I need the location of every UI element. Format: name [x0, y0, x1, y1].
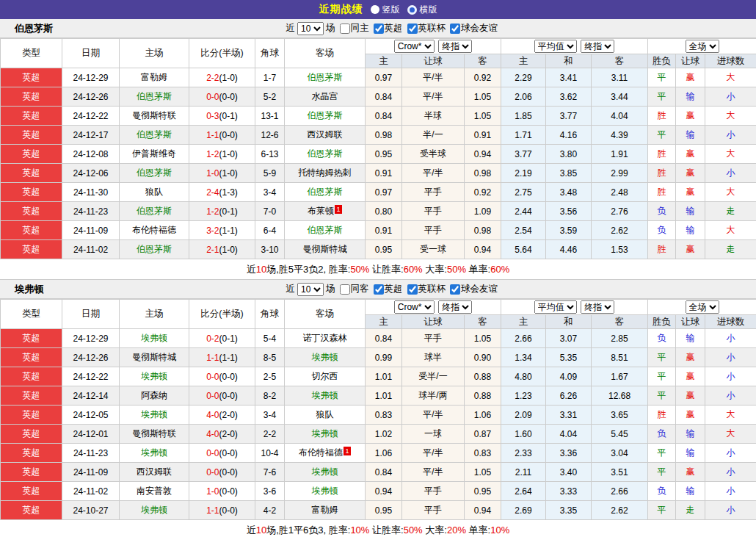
games-count-select[interactable]: 10	[297, 283, 324, 296]
league-badge: 英超	[1, 221, 62, 240]
score: 2-2(1-0)	[189, 68, 255, 87]
away-team: 埃弗顿	[285, 463, 366, 482]
league-checkbox[interactable]	[374, 284, 384, 295]
odds-source-select[interactable]: Crow*	[394, 40, 435, 53]
avg-home-odds: 3.77	[501, 145, 546, 164]
match-row: 英超24-11-23伯恩茅斯1-2(0-1)7-0布莱顿10.80平手1.092…	[1, 202, 756, 221]
odds-away: 0.88	[465, 367, 501, 386]
odds-away: 0.87	[465, 425, 501, 444]
summary-segment: 单率:	[466, 525, 490, 536]
result-handicap: 赢	[676, 145, 705, 164]
league-filter-option[interactable]: 英超	[371, 283, 403, 295]
match-date: 24-12-22	[62, 367, 120, 386]
league-checkbox[interactable]	[374, 24, 384, 34]
league-checkbox[interactable]	[450, 284, 460, 295]
subcol-goals-result: 进球数	[705, 54, 756, 68]
result-handicap: 赢	[676, 68, 705, 87]
avg-home-odds: 1.71	[501, 126, 546, 145]
result-handicap: 输	[676, 87, 705, 107]
avg-draw-odds: 3.80	[546, 145, 592, 164]
result-goals: 小	[705, 482, 756, 501]
score: 0-0(0-0)	[189, 87, 255, 107]
avg-source-select[interactable]: 平均值	[534, 300, 577, 314]
summary-segment: 60%	[490, 264, 509, 275]
result-win-draw-loss: 负	[648, 221, 676, 240]
result-handicap: 输	[676, 202, 705, 221]
same-venue-option[interactable]: 同主	[338, 22, 369, 35]
away-team: 伯恩茅斯	[285, 107, 366, 126]
same-venue-checkbox[interactable]	[340, 284, 350, 295]
games-count-select[interactable]: 10	[297, 22, 324, 35]
same-venue-label: 同主	[351, 22, 369, 35]
subcol-handicap-result: 让球	[676, 315, 705, 329]
avg-away-odds: 5.45	[592, 425, 648, 444]
match-date: 24-11-09	[62, 221, 120, 240]
league-checkbox[interactable]	[450, 24, 460, 34]
match-date: 24-12-22	[62, 107, 120, 126]
result-handicap: 输	[676, 126, 705, 145]
home-team: 埃弗顿	[120, 329, 189, 348]
layout-option-vertical[interactable]: 竖版	[371, 4, 400, 16]
league-filter-option[interactable]: 英联杯	[405, 22, 446, 35]
avg-source-select[interactable]: 平均值	[534, 40, 577, 53]
same-venue-option[interactable]: 同客	[338, 283, 369, 295]
fulltime-select[interactable]: 全场	[686, 40, 719, 53]
score: 4-0(2-0)	[189, 425, 255, 444]
league-badge: 英超	[1, 386, 62, 406]
summary-segment: 10	[256, 525, 266, 536]
odds-source-select[interactable]: Crow*	[394, 300, 435, 314]
odds-home: 1.01	[366, 367, 402, 386]
corner-score: 12-6	[255, 126, 285, 145]
summary-segment: 场,胜1平6负3, 胜率:	[266, 525, 350, 536]
result-handicap: 输	[676, 425, 705, 444]
same-venue-checkbox[interactable]	[340, 24, 350, 34]
avg-time-select[interactable]: 终指	[581, 300, 614, 314]
league-checkbox[interactable]	[407, 24, 418, 34]
avg-away-odds: 8.51	[592, 348, 648, 367]
result-goals: 大	[705, 107, 756, 126]
layout-option-horizontal[interactable]: 横版	[407, 4, 437, 16]
handicap-line: 平手	[402, 329, 465, 348]
league-checkbox[interactable]	[407, 284, 418, 295]
corner-score: 10-4	[255, 444, 285, 463]
avg-home-odds: 2.66	[501, 329, 546, 348]
league-badge: 英超	[1, 463, 62, 482]
score: 0-0(0-0)	[189, 386, 255, 406]
league-badge: 英超	[1, 329, 62, 348]
handicap-line: 平手	[402, 202, 465, 221]
home-team: 布伦特福德	[120, 221, 189, 240]
avg-draw-odds: 5.35	[546, 348, 592, 367]
corner-score: 13-1	[255, 107, 285, 126]
away-team: 埃弗顿	[285, 348, 366, 367]
avg-away-odds: 3.51	[592, 463, 648, 482]
odds-home: 0.95	[366, 145, 402, 164]
home-team: 西汉姆联	[120, 463, 189, 482]
titlebar: 近期战绩 竖版 横版	[0, 0, 756, 19]
league-badge: 英超	[1, 348, 62, 367]
col-header-date: 日期	[62, 39, 120, 68]
avg-home-odds: 2.06	[501, 87, 546, 107]
league-filter-option[interactable]: 球会友谊	[448, 22, 498, 35]
fulltime-select[interactable]: 全场	[686, 300, 719, 314]
avg-time-select[interactable]: 终指	[581, 40, 614, 53]
score: 1-1(1-1)	[189, 348, 255, 367]
score: 1-2(1-0)	[189, 145, 255, 164]
odds-time-select[interactable]: 终指	[438, 300, 472, 314]
corner-score: 3-6	[255, 482, 285, 501]
odds-away: 0.91	[465, 126, 501, 145]
fulltime-group-header: 全场	[648, 39, 756, 54]
home-team: 埃弗顿	[120, 501, 189, 520]
summary-segment: 50%	[447, 264, 466, 275]
league-filter-option[interactable]: 球会友谊	[448, 283, 498, 295]
away-team: 狼队	[285, 406, 366, 425]
league-filter-option[interactable]: 英超	[371, 22, 403, 35]
odds-time-select[interactable]: 终指	[438, 40, 472, 53]
section-header-bar: 伯恩茅斯 近 10 场 同主 英超 英联杯	[0, 19, 756, 38]
avg-draw-odds: 3.40	[546, 463, 592, 482]
league-filter-option[interactable]: 英联杯	[405, 283, 446, 295]
result-win-draw-loss: 胜	[648, 107, 676, 126]
league-badge: 英超	[1, 367, 62, 386]
subcol-odds-home: 主	[366, 54, 402, 68]
section-header-bar: 埃弗顿 近 10 场 同客 英超 英联杯 球	[0, 280, 756, 299]
result-win-draw-loss: 胜	[648, 183, 676, 202]
